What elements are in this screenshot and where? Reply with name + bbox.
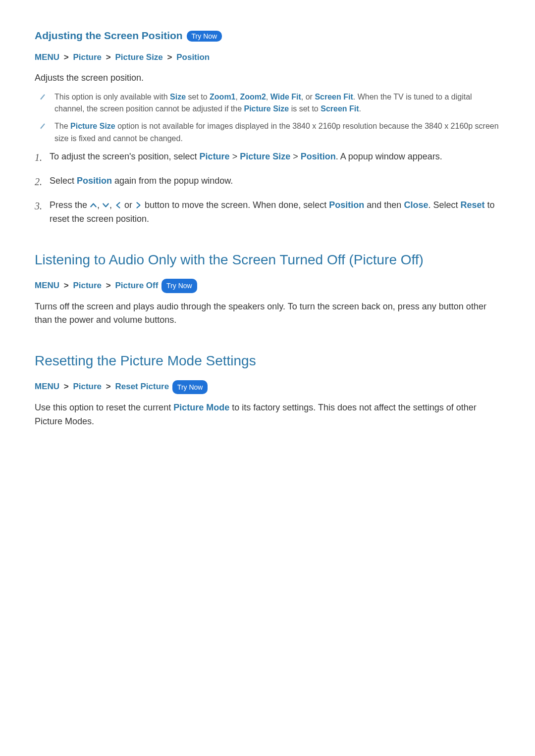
- step-number: 1.: [35, 150, 50, 165]
- step-number: 2.: [35, 174, 50, 190]
- step-body: Press the , , or button to move the scre…: [50, 199, 500, 226]
- arrow-right-icon: [135, 199, 142, 212]
- heading-reset-picture: Resetting the Picture Mode Settings: [35, 353, 500, 369]
- breadcrumb-link[interactable]: Picture: [73, 281, 102, 290]
- inline-link[interactable]: Zoom2: [240, 93, 266, 101]
- note-text: The Picture Size option is not available…: [54, 120, 500, 145]
- inline-link[interactable]: Wide Fit: [270, 93, 301, 101]
- chevron-right-icon: >: [104, 281, 113, 290]
- heading-picture-off: Listening to Audio Only with the Screen …: [35, 252, 500, 268]
- inline-link[interactable]: Picture Size: [244, 104, 289, 113]
- section3-body: Use this option to reset the current Pic…: [35, 401, 500, 429]
- breadcrumb-link[interactable]: Picture Off: [115, 281, 158, 290]
- heading-text: Adjusting the Screen Position: [35, 30, 183, 41]
- inline-link[interactable]: Size: [170, 93, 186, 101]
- try-now-badge[interactable]: Try Now: [172, 380, 208, 394]
- breadcrumb-link[interactable]: MENU: [35, 281, 59, 290]
- chevron-right-icon: >: [61, 382, 71, 391]
- breadcrumb-link[interactable]: Reset Picture: [115, 382, 169, 391]
- breadcrumb-link[interactable]: Picture: [73, 52, 102, 62]
- inline-link[interactable]: Position: [77, 176, 112, 186]
- arrow-up-icon: [90, 199, 97, 212]
- arrow-down-icon: [102, 199, 109, 212]
- chevron-right-icon: >: [61, 52, 71, 62]
- inline-link[interactable]: Close: [404, 200, 428, 210]
- breadcrumb-link[interactable]: MENU: [35, 52, 59, 62]
- arrow-left-icon: [114, 199, 122, 212]
- chevron-right-icon: >: [104, 382, 113, 391]
- section1-steps: 1.To adjust the screen's position, selec…: [35, 150, 500, 226]
- inline-link[interactable]: Screen Fit: [315, 93, 353, 101]
- chevron-right-icon: >: [290, 151, 301, 161]
- breadcrumb-section2: MENU > Picture > Picture Off Try Now: [35, 279, 500, 293]
- section1-intro: Adjusts the screen position.: [35, 71, 500, 85]
- chevron-right-icon: >: [165, 52, 174, 62]
- inline-link[interactable]: Reset: [460, 200, 484, 210]
- breadcrumb-link[interactable]: MENU: [35, 382, 59, 391]
- inline-link[interactable]: Picture Size: [240, 151, 290, 161]
- inline-link[interactable]: Picture Size: [70, 122, 115, 130]
- step-body: Select Position again from the popup win…: [50, 174, 500, 188]
- note-item: The Picture Size option is not available…: [39, 120, 500, 145]
- inline-link[interactable]: Screen Fit: [321, 104, 359, 113]
- step-item: 3.Press the , , or button to move the sc…: [35, 199, 500, 226]
- note-item: This option is only available with Size …: [39, 91, 500, 116]
- breadcrumb-link[interactable]: Picture Size: [115, 52, 162, 62]
- section2-body: Turns off the screen and plays audio thr…: [35, 300, 500, 328]
- step-item: 2.Select Position again from the popup w…: [35, 174, 500, 190]
- breadcrumb-link[interactable]: Picture: [73, 382, 102, 391]
- chevron-right-icon: >: [104, 52, 113, 62]
- inline-link[interactable]: Zoom1: [210, 93, 235, 101]
- inline-link[interactable]: Picture Mode: [173, 403, 229, 412]
- try-now-badge[interactable]: Try Now: [161, 279, 197, 293]
- note-text: This option is only available with Size …: [54, 91, 500, 116]
- heading-adjusting-screen-position: Adjusting the Screen Position Try Now: [35, 30, 500, 42]
- chevron-right-icon: >: [230, 151, 240, 161]
- chevron-right-icon: >: [61, 281, 71, 290]
- step-number: 3.: [35, 199, 50, 214]
- note-icon: [39, 92, 50, 104]
- inline-link[interactable]: Position: [301, 151, 336, 161]
- step-item: 1.To adjust the screen's position, selec…: [35, 150, 500, 165]
- try-now-badge[interactable]: Try Now: [187, 31, 222, 42]
- inline-link[interactable]: Picture: [200, 151, 230, 161]
- breadcrumb-section3: MENU > Picture > Reset Picture Try Now: [35, 380, 500, 394]
- note-icon: [39, 121, 50, 134]
- breadcrumb-link[interactable]: Position: [176, 52, 210, 62]
- breadcrumb-section1: MENU > Picture > Picture Size > Position: [35, 50, 500, 64]
- section1-notes: This option is only available with Size …: [35, 91, 500, 145]
- inline-link[interactable]: Position: [329, 200, 364, 210]
- step-body: To adjust the screen's position, select …: [50, 150, 500, 164]
